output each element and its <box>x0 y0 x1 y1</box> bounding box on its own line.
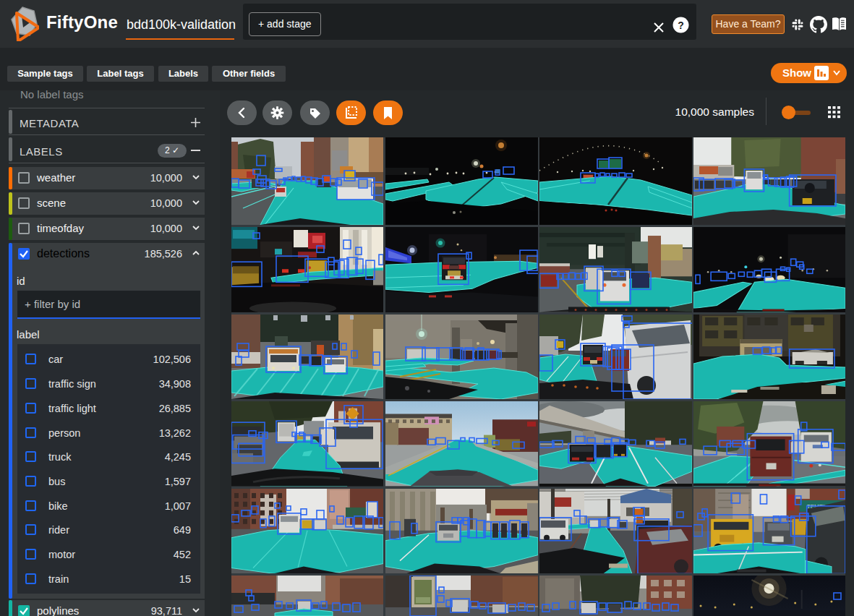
svg-text:?: ? <box>678 20 684 31</box>
